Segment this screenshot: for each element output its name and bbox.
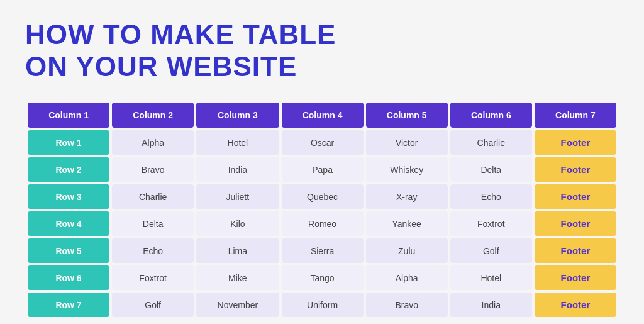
cell-row-7-col-2: Golf xyxy=(112,293,194,317)
title-section: HOW TO MAKE TABLE ON YOUR WEBSITE xyxy=(25,19,336,82)
cell-row-6-col-6: Hotel xyxy=(450,265,532,290)
cell-row-7-col-6: India xyxy=(450,293,532,317)
footer-cell-row-5: Footer xyxy=(535,238,616,263)
row-header-3: Row 3 xyxy=(28,184,109,209)
table-body: Row 1AlphaHotelOscarVictorCharlieFooterR… xyxy=(28,130,616,317)
table-row: Row 6FoxtrotMikeTangoAlphaHotelFooter xyxy=(28,265,616,290)
cell-row-1-col-6: Charlie xyxy=(450,130,532,155)
cell-row-2-col-3: India xyxy=(196,157,279,182)
cell-row-5-col-6: Golf xyxy=(450,238,532,263)
cell-row-6-col-5: Alpha xyxy=(366,265,448,290)
row-header-4: Row 4 xyxy=(28,211,109,236)
cell-row-5-col-3: Lima xyxy=(196,238,279,263)
row-header-7: Row 7 xyxy=(28,293,109,317)
cell-row-1-col-3: Hotel xyxy=(196,130,279,155)
cell-row-6-col-4: Tango xyxy=(282,265,364,290)
header-col-4: Column 4 xyxy=(282,103,364,128)
cell-row-4-col-4: Romeo xyxy=(282,211,364,236)
cell-row-6-col-2: Foxtrot xyxy=(112,265,194,290)
header-col-5: Column 5 xyxy=(366,103,448,128)
cell-row-2-col-2: Bravo xyxy=(112,157,194,182)
header-col-6: Column 6 xyxy=(450,103,532,128)
header-col-1: Column 1 xyxy=(28,103,109,128)
footer-cell-row-1: Footer xyxy=(535,130,616,155)
header-row: Column 1Column 2Column 3Column 4Column 5… xyxy=(28,103,616,128)
footer-cell-row-4: Footer xyxy=(535,211,616,236)
footer-cell-row-3: Footer xyxy=(535,184,616,209)
cell-row-3-col-5: X-ray xyxy=(366,184,448,209)
cell-row-1-col-4: Oscar xyxy=(282,130,364,155)
table-row: Row 2BravoIndiaPapaWhiskeyDeltaFooter xyxy=(28,157,616,182)
row-header-2: Row 2 xyxy=(28,157,109,182)
cell-row-7-col-3: November xyxy=(196,293,279,317)
cell-row-3-col-2: Charlie xyxy=(112,184,194,209)
header-col-2: Column 2 xyxy=(112,103,194,128)
row-header-5: Row 5 xyxy=(28,238,109,263)
cell-row-4-col-3: Kilo xyxy=(196,211,279,236)
main-table: Column 1Column 2Column 3Column 4Column 5… xyxy=(25,100,619,320)
table-row: Row 1AlphaHotelOscarVictorCharlieFooter xyxy=(28,130,616,155)
header-col-7: Column 7 xyxy=(535,103,616,128)
table-row: Row 3CharlieJuliettQuebecX-rayEchoFooter xyxy=(28,184,616,209)
cell-row-7-col-4: Uniform xyxy=(282,293,364,317)
footer-cell-row-2: Footer xyxy=(535,157,616,182)
table-row: Row 5EchoLimaSierraZuluGolfFooter xyxy=(28,238,616,263)
table-row: Row 7GolfNovemberUniformBravoIndiaFooter xyxy=(28,293,616,317)
cell-row-3-col-6: Echo xyxy=(450,184,532,209)
table-header: Column 1Column 2Column 3Column 4Column 5… xyxy=(28,103,616,128)
cell-row-6-col-3: Mike xyxy=(196,265,279,290)
row-header-6: Row 6 xyxy=(28,265,109,290)
cell-row-5-col-2: Echo xyxy=(112,238,194,263)
cell-row-2-col-4: Papa xyxy=(282,157,364,182)
row-header-1: Row 1 xyxy=(28,130,109,155)
cell-row-4-col-2: Delta xyxy=(112,211,194,236)
table-wrapper: Column 1Column 2Column 3Column 4Column 5… xyxy=(25,100,619,320)
cell-row-5-col-4: Sierra xyxy=(282,238,364,263)
page-title: HOW TO MAKE TABLE ON YOUR WEBSITE xyxy=(25,19,336,82)
cell-row-1-col-2: Alpha xyxy=(112,130,194,155)
footer-cell-row-7: Footer xyxy=(535,293,616,317)
header-col-3: Column 3 xyxy=(196,103,279,128)
cell-row-3-col-3: Juliett xyxy=(196,184,279,209)
table-row: Row 4DeltaKiloRomeoYankeeFoxtrotFooter xyxy=(28,211,616,236)
cell-row-1-col-5: Victor xyxy=(366,130,448,155)
cell-row-4-col-6: Foxtrot xyxy=(450,211,532,236)
cell-row-2-col-5: Whiskey xyxy=(366,157,448,182)
footer-cell-row-6: Footer xyxy=(535,265,616,290)
cell-row-3-col-4: Quebec xyxy=(282,184,364,209)
cell-row-7-col-5: Bravo xyxy=(366,293,448,317)
cell-row-4-col-5: Yankee xyxy=(366,211,448,236)
cell-row-5-col-5: Zulu xyxy=(366,238,448,263)
cell-row-2-col-6: Delta xyxy=(450,157,532,182)
